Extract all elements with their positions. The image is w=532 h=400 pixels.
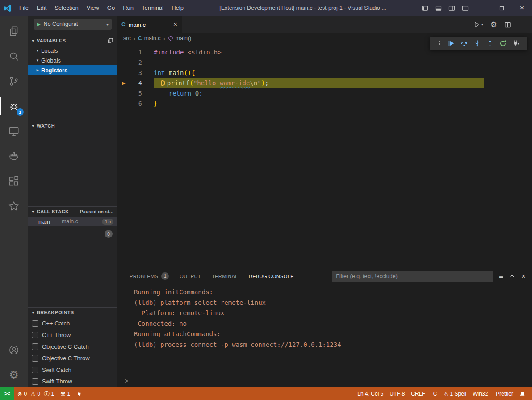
debug-session-status[interactable]: [73, 388, 85, 400]
status-cursor-position[interactable]: Ln 4, Col 5: [354, 388, 386, 400]
maximize-button[interactable]: [492, 0, 512, 16]
breakpoint-item[interactable]: Objective C Throw: [28, 352, 117, 364]
status-language-mode[interactable]: C: [428, 388, 440, 400]
layout-sidebar-left-icon[interactable]: [418, 0, 431, 16]
status-prettier[interactable]: Prettier: [491, 388, 516, 400]
minimize-button[interactable]: [472, 0, 492, 16]
breakpoint-item[interactable]: C++ Throw: [28, 329, 117, 341]
console-filter-input[interactable]: [332, 271, 493, 282]
disconnect-button[interactable]: ▾: [509, 38, 522, 49]
breakpoint-gutter[interactable]: [117, 68, 130, 78]
activity-explorer[interactable]: [0, 19, 28, 44]
console-options-icon[interactable]: ≡: [499, 272, 503, 280]
step-over-button[interactable]: [457, 38, 470, 49]
watch-header[interactable]: ▾ WATCH: [28, 121, 117, 131]
variables-item-registers[interactable]: ▸Registers: [28, 65, 117, 75]
panel-tab-debug-console[interactable]: DEBUG CONSOLE: [243, 268, 299, 284]
more-actions-icon[interactable]: ⋯: [518, 21, 526, 29]
close-button[interactable]: ×: [512, 0, 532, 16]
menu-run[interactable]: Run: [119, 0, 138, 16]
breakpoint-checkbox[interactable]: [32, 378, 38, 385]
activity-remote-explorer[interactable]: [0, 119, 28, 144]
maximize-panel-icon[interactable]: [509, 273, 515, 279]
code-content[interactable]: printf("hello wamr-ide\n");: [154, 78, 269, 88]
stack-frame-row[interactable]: main main.c 4:5: [28, 217, 117, 226]
activity-settings[interactable]: ⚙: [0, 362, 28, 388]
code-editor[interactable]: 1#include <stdio.h>23int main(){▶4 print…: [117, 44, 532, 268]
breakpoint-item[interactable]: Swift Catch: [28, 364, 117, 375]
panel-tab-problems[interactable]: PROBLEMS1: [124, 268, 174, 284]
activity-docker[interactable]: [0, 144, 28, 169]
variables-item-locals[interactable]: ▾Locals: [28, 46, 117, 55]
menu-terminal[interactable]: Terminal: [138, 0, 168, 16]
activity-search[interactable]: [0, 44, 28, 69]
code-content[interactable]: int main(){: [154, 68, 195, 78]
tab-close-icon[interactable]: ×: [173, 21, 177, 28]
variables-header[interactable]: ▾ VARIABLES: [28, 36, 117, 46]
step-out-button[interactable]: [483, 38, 496, 49]
problems-status[interactable]: ⊗ 0 ⚠ 0 ⓘ 1: [14, 388, 57, 400]
status-spell-checker[interactable]: ⚠1 Spell: [440, 388, 469, 400]
panel-tab-terminal[interactable]: TERMINAL: [206, 268, 243, 284]
activity-extensions[interactable]: [0, 169, 28, 194]
layout-customize-icon[interactable]: [458, 0, 472, 16]
menu-selection[interactable]: Selection: [50, 0, 82, 16]
console-output-line: Running attachCommands:: [134, 329, 532, 340]
breakpoint-gutter[interactable]: [117, 58, 130, 68]
breakpoint-checkbox[interactable]: [32, 332, 38, 338]
inline-breakpoint-icon[interactable]: [161, 80, 165, 86]
tab-main-c[interactable]: C main.c ×: [117, 16, 182, 33]
close-panel-icon[interactable]: ×: [521, 272, 526, 281]
breadcrumb-symbol[interactable]: main(): [168, 35, 191, 42]
tasks-status[interactable]: ⚒ 1: [57, 388, 73, 400]
activity-run-and-debug[interactable]: 1: [0, 94, 28, 119]
run-or-debug-button[interactable]: ▾: [473, 21, 483, 28]
activity-star[interactable]: [0, 194, 28, 219]
menu-help[interactable]: Help: [168, 0, 188, 16]
breakpoint-gutter[interactable]: [117, 88, 130, 99]
breakpoint-checkbox[interactable]: [32, 343, 38, 350]
start-debug-icon[interactable]: ▶: [37, 21, 41, 27]
menu-go[interactable]: Go: [103, 0, 119, 16]
menu-file[interactable]: File: [15, 0, 33, 16]
activity-source-control[interactable]: [0, 69, 28, 94]
split-editor-icon[interactable]: [504, 21, 511, 28]
layout-sidebar-right-icon[interactable]: [445, 0, 458, 16]
variables-item-globals[interactable]: ▾Globals: [28, 55, 117, 65]
status-notifications[interactable]: [516, 388, 528, 400]
breakpoint-gutter[interactable]: [117, 47, 130, 58]
copy-icon[interactable]: [107, 38, 113, 44]
gear-icon[interactable]: ⚙: [490, 20, 497, 29]
step-into-button[interactable]: [470, 38, 483, 49]
remote-indicator[interactable]: ><: [0, 388, 14, 400]
code-content[interactable]: return 0;: [154, 88, 203, 99]
breakpoint-item[interactable]: Swift Throw: [28, 375, 117, 387]
breakpoint-gutter[interactable]: ▶: [117, 78, 130, 88]
breakpoint-item[interactable]: Objective C Catch: [28, 341, 117, 352]
breadcrumb-file[interactable]: C main.c: [138, 35, 161, 42]
breakpoints-header[interactable]: ▾ BREAKPOINTS: [28, 308, 117, 317]
layout-panel-icon[interactable]: [431, 0, 445, 16]
status-encoding[interactable]: UTF-8: [386, 388, 408, 400]
editor-scrollbar[interactable]: [526, 44, 532, 268]
menu-view[interactable]: View: [83, 0, 103, 16]
toolbar-drag-grip[interactable]: [431, 38, 444, 49]
continue-button[interactable]: [444, 38, 457, 49]
code-content[interactable]: #include <stdio.h>: [154, 47, 222, 58]
code-content[interactable]: }: [154, 99, 157, 109]
activity-accounts[interactable]: [0, 338, 28, 362]
breakpoint-gutter[interactable]: [117, 99, 130, 109]
call-stack-header[interactable]: ▾ CALL STACK Paused on st...: [28, 207, 117, 217]
breadcrumb-src[interactable]: src: [123, 35, 131, 42]
breakpoint-checkbox[interactable]: [32, 367, 38, 373]
panel-tab-output[interactable]: OUTPUT: [174, 268, 206, 284]
console-input-prompt[interactable]: >: [125, 377, 128, 384]
restart-button[interactable]: [496, 38, 509, 49]
status-eol[interactable]: CRLF: [408, 388, 428, 400]
breakpoint-checkbox[interactable]: [32, 355, 38, 362]
breakpoint-item[interactable]: C++ Catch: [28, 317, 117, 329]
breakpoint-checkbox[interactable]: [32, 320, 38, 327]
status-platform[interactable]: Win32: [469, 388, 491, 400]
debug-config-dropdown[interactable]: ▶ No Configurat ▾: [34, 19, 112, 30]
menu-edit[interactable]: Edit: [33, 0, 50, 16]
